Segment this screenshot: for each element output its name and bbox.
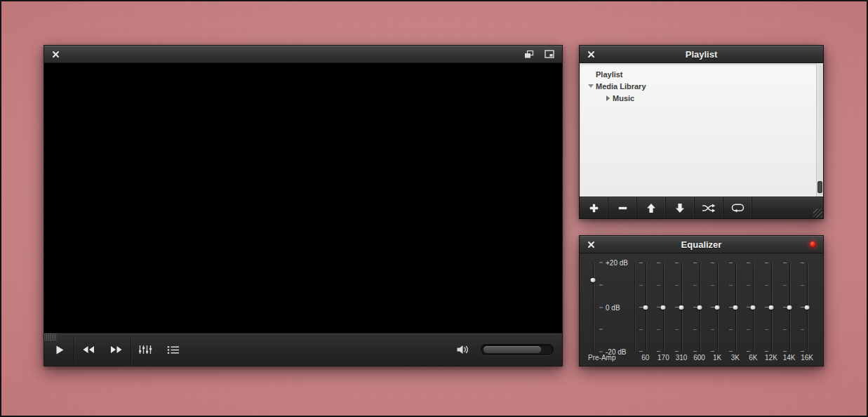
- tree-item-media-library[interactable]: Media Library: [580, 80, 816, 92]
- fast-forward-button[interactable]: [102, 333, 131, 366]
- eq-slider-handle[interactable]: [751, 305, 756, 310]
- eq-slider-handle[interactable]: [733, 305, 737, 310]
- band-label: 3K: [726, 354, 745, 362]
- eq-scale-label: +20 dB: [606, 259, 628, 267]
- rewind-icon: [82, 345, 95, 354]
- equalizer-titlebar[interactable]: Equalizer: [580, 236, 823, 253]
- scale-row: +20 dB: [599, 259, 628, 267]
- volume-area: [456, 333, 562, 366]
- move-down-button[interactable]: [666, 197, 695, 218]
- player-titlebar-actions: [523, 49, 562, 59]
- tick-marks: [639, 263, 643, 352]
- scale-row: 0 dB: [599, 303, 620, 311]
- equalizer-toggle-button[interactable]: [131, 333, 159, 366]
- tree-item-label: Playlist: [596, 70, 623, 79]
- eq-slider-handle[interactable]: [697, 305, 702, 310]
- player-window: [44, 45, 563, 366]
- eq-band-slider-170[interactable]: [655, 263, 673, 352]
- tick-marks: [747, 263, 750, 352]
- tick-mark: [599, 284, 603, 285]
- band-label: 1K: [708, 354, 726, 362]
- playlist-toolbar: [580, 197, 823, 218]
- eq-slider-handle[interactable]: [679, 305, 683, 310]
- tick-marks: [675, 263, 679, 352]
- tree-item-label: Media Library: [596, 82, 646, 91]
- eq-band-slider-14k[interactable]: [780, 263, 799, 352]
- band-label: 600: [690, 354, 709, 362]
- plus-icon: [589, 203, 599, 213]
- scrollbar-thumb[interactable]: [817, 181, 822, 193]
- eq-band-slider-12k[interactable]: [762, 263, 780, 352]
- fast-forward-icon: [110, 345, 123, 354]
- eq-slider-handle[interactable]: [805, 305, 810, 310]
- video-area: [44, 63, 562, 333]
- band-label: 6K: [745, 354, 763, 362]
- tick-mark: [599, 263, 603, 263]
- eq-band-slider-600[interactable]: [690, 263, 709, 352]
- equalizer-body: +20 dB 0 dB: [580, 253, 823, 366]
- fullscreen-icon[interactable]: [544, 49, 555, 59]
- player-controls: [44, 333, 562, 366]
- eq-slider-handle[interactable]: [643, 305, 648, 310]
- tick-marks: [693, 263, 697, 352]
- detach-window-icon[interactable]: [523, 49, 535, 59]
- shuffle-button[interactable]: [695, 197, 723, 218]
- power-led[interactable]: [810, 241, 816, 248]
- close-icon[interactable]: [50, 48, 61, 60]
- playlist-window-title: Playlist: [580, 49, 823, 60]
- playlist-scrollbar[interactable]: [816, 63, 823, 197]
- playlist-tree: Playlist Media Library Music: [580, 63, 816, 197]
- expander-closed-icon[interactable]: [603, 94, 613, 102]
- eq-slider-handle[interactable]: [591, 278, 596, 282]
- playlist-titlebar[interactable]: Playlist: [580, 46, 823, 63]
- equalizer-window-title: Equalizer: [580, 239, 823, 250]
- move-up-button[interactable]: [637, 197, 666, 218]
- playlist-body: Playlist Media Library Music: [580, 63, 823, 197]
- close-icon[interactable]: [585, 239, 596, 250]
- eq-band-slider-1k[interactable]: [708, 263, 726, 352]
- volume-fill: [483, 346, 541, 353]
- eq-slider-handle[interactable]: [715, 305, 720, 310]
- shuffle-icon: [702, 204, 716, 213]
- preamp-slider[interactable]: [588, 263, 598, 352]
- eq-slider-handle[interactable]: [787, 305, 792, 310]
- eq-slider-handle[interactable]: [661, 305, 666, 310]
- tree-item-music[interactable]: Music: [580, 92, 816, 104]
- scale-row: -20 dB: [599, 348, 626, 356]
- eq-band-slider-310[interactable]: [672, 263, 690, 352]
- preamp-and-scale: +20 dB 0 dB: [588, 263, 632, 352]
- rewind-button[interactable]: [74, 333, 102, 366]
- eq-slider-handle[interactable]: [768, 305, 773, 310]
- eq-band-slider-16k[interactable]: [798, 263, 816, 352]
- volume-icon[interactable]: [456, 345, 469, 355]
- tick-marks: [657, 263, 660, 352]
- resize-grip[interactable]: [813, 208, 822, 218]
- close-icon[interactable]: [585, 48, 596, 60]
- down-arrow-icon: [675, 203, 685, 213]
- volume-slider[interactable]: [481, 344, 554, 355]
- tree-item-playlist[interactable]: Playlist: [580, 68, 816, 80]
- remove-button[interactable]: [608, 197, 637, 218]
- eq-scale-label: -20 dB: [606, 348, 626, 356]
- player-titlebar[interactable]: [44, 46, 562, 63]
- band-label: 16K: [798, 354, 816, 362]
- repeat-button[interactable]: [723, 197, 752, 218]
- band-label: 60: [636, 354, 655, 362]
- band-label: 310: [672, 354, 690, 362]
- eq-band-slider-60[interactable]: [636, 263, 655, 352]
- eq-band-slider-6k[interactable]: [745, 263, 763, 352]
- tick-marks: [729, 263, 733, 352]
- resize-grip[interactable]: [44, 333, 57, 340]
- playlist-window: Playlist Playlist Media Library Music: [579, 45, 824, 219]
- minus-icon: [617, 203, 628, 213]
- mixer-sliders-icon: [138, 345, 152, 355]
- eq-band-slider-3k[interactable]: [726, 263, 745, 352]
- playlist-toggle-button[interactable]: [159, 333, 187, 366]
- tree-item-label: Music: [613, 94, 634, 102]
- band-label: 14K: [780, 354, 799, 362]
- expander-open-icon[interactable]: [586, 82, 596, 91]
- eq-bands: [636, 263, 816, 352]
- play-icon: [55, 345, 65, 355]
- repeat-icon: [731, 203, 745, 213]
- add-button[interactable]: [580, 197, 608, 218]
